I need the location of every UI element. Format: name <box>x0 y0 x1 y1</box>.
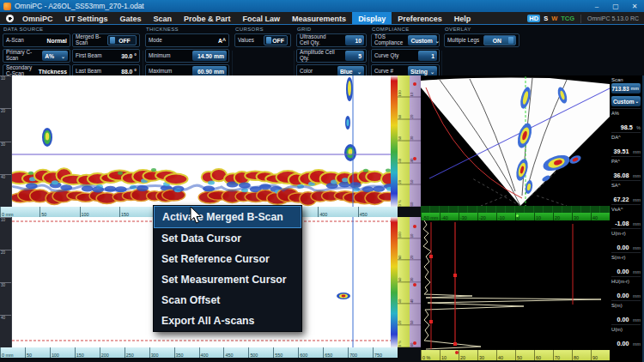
panel-title: DATA SOURCE <box>3 27 142 32</box>
amplitude-palette-top <box>391 75 398 207</box>
menu-help[interactable]: Help <box>448 12 477 25</box>
w-badge: W <box>551 15 557 22</box>
panel-data-source: DATA SOURCE A-Scan Normal Primary C-Scan… <box>2 26 142 75</box>
context-menu-item-set-measurement-cursor[interactable]: Set Measurement Cursor <box>154 269 301 290</box>
app-icon <box>3 3 11 10</box>
reading-item: U(m-r) 0.00 mm <box>611 228 641 252</box>
ascan-amplitude-ruler: 0 %102030405060708090 <box>421 350 610 360</box>
scan-position-label: Scan <box>611 77 641 82</box>
ultrasound-cell-qty-field[interactable]: Ultrasound Cell Qty. 10 <box>296 33 367 47</box>
menu-omnipc[interactable]: OmniPC <box>16 12 59 25</box>
sscan-canvas <box>421 75 610 206</box>
hd-badge: HD <box>527 15 540 22</box>
chevron-down-icon: ⌄ <box>430 69 434 75</box>
readings-preset-dropdown[interactable]: Custom ⌄ <box>611 96 641 106</box>
context-menu-item-scan-offset[interactable]: Scan Offset <box>154 290 301 311</box>
menu-focal-law[interactable]: Focal Law <box>237 12 287 25</box>
amplitude-cell-qty-field[interactable]: Amplitude Cell Qty. 5 <box>296 49 367 63</box>
scan-position-value[interactable]: 713.83 mm <box>611 83 641 94</box>
multiple-legs-toggle[interactable]: Multiple Legs ON <box>444 33 519 47</box>
sscan-view[interactable] <box>421 75 610 206</box>
merged-bscan-toggle[interactable]: Merged B-Scan OFF <box>72 33 140 47</box>
window-title: OmniPC - A26OL_SS53mm_270-1.odat <box>15 2 144 10</box>
cursor-marker <box>413 341 416 345</box>
reading-item: DA^ 39.51 mm <box>611 132 641 156</box>
ascan-view[interactable] <box>421 220 610 350</box>
reading-item: S(m-r) 0.00 mm <box>611 252 641 276</box>
reading-item: SA^ 67.22 mm <box>611 180 641 204</box>
amplitude-ruler-top: 100806040200 % <box>398 75 410 207</box>
index-ruler-top: 10203040 <box>0 75 12 207</box>
context-menu-item-set-data-cursor[interactable]: Set Data Cursor <box>154 228 301 249</box>
panel-compliance: COMPLIANCE TOS Compliance Custom⌄ Curve … <box>370 26 440 75</box>
ascan-trace <box>423 220 601 349</box>
indication-streaks <box>344 77 356 161</box>
chevron-down-icon: ⌄ <box>435 38 440 44</box>
indication-blob <box>42 128 52 147</box>
menu-preferences[interactable]: Preferences <box>392 12 448 25</box>
menu-probe-part[interactable]: Probe & Part <box>178 12 237 25</box>
panel-overlay: OVERLAY Multiple Legs ON <box>443 26 520 75</box>
chevron-down-icon: ⌄ <box>357 69 361 75</box>
bscan-canvas <box>12 75 391 207</box>
reading-item: S(m) 0.00 mm <box>611 300 641 324</box>
depth-ruler-top: 102030405060 <box>410 75 421 207</box>
mouse-cursor <box>190 207 204 226</box>
omnipc-logo-icon <box>6 15 14 22</box>
primary-cscan-dropdown[interactable]: Primary C-Scan A%⌄ <box>3 49 70 63</box>
omnipc-window: OmniPC - A26OL_SS53mm_270-1.odat – ▢ ✕ O… <box>0 0 644 362</box>
panel-title: CURSORS <box>235 27 292 32</box>
panel-cursors: CURSORS Values OFF <box>234 26 292 75</box>
ascan-canvas <box>421 220 610 350</box>
thickness-mode-field: Mode A^ <box>145 33 229 47</box>
tos-compliance-dropdown[interactable]: TOS Compliance Custom⌄ <box>371 33 440 47</box>
toggle-knob <box>508 37 513 44</box>
amplitude-ruler-bottom: 100806040200 % <box>398 217 410 347</box>
panel-title: THICKNESS <box>146 27 230 32</box>
readings-sidebar: Scan 713.83 mm Custom ⌄ A% 98.5 % DA^ 39… <box>610 75 642 362</box>
version-label: OmniPC 5.13.0 RC <box>587 15 639 21</box>
menu-bar: OmniPC UT Settings Gates Scan Probe & Pa… <box>0 12 644 25</box>
depth-ruler-bottom: 102030405060 <box>410 217 421 347</box>
readings-list: A% 98.5 % DA^ 39.51 mm PA^ 36.08 mm SA^ … <box>611 108 641 348</box>
a-scan-field: A-Scan Normal <box>3 33 70 47</box>
s-badge: S <box>544 15 548 22</box>
maximize-button[interactable]: ▢ <box>606 0 625 12</box>
menu-scan[interactable]: Scan <box>148 12 179 25</box>
cursor-marker <box>413 283 416 287</box>
ascan-position-ruler: -50 mm-40-30-20-10010203040 <box>421 213 610 220</box>
scan-ruler-bottom: 0 mm501001502002503003504004505005506006… <box>0 347 398 358</box>
reading-item: VsA^ -1.08 mm <box>611 204 641 228</box>
cursor-marker <box>413 82 416 86</box>
title-bar: OmniPC - A26OL_SS53mm_270-1.odat – ▢ ✕ <box>0 0 644 12</box>
menu-gates[interactable]: Gates <box>114 12 148 25</box>
index-ruler-bottom: 10203040 <box>0 217 12 347</box>
reading-item: HU(m-r) 0.00 mm <box>611 276 641 300</box>
context-menu-item-set-reference-cursor[interactable]: Set Reference Cursor <box>154 249 301 269</box>
bscan-view[interactable] <box>12 75 391 207</box>
panel-title: GRID <box>297 27 368 32</box>
context-menu-item-export-all-ascans[interactable]: Export All A-scans <box>154 311 301 331</box>
menu-ut-settings[interactable]: UT Settings <box>59 12 114 25</box>
menu-display[interactable]: Display <box>352 12 392 25</box>
gate-markers <box>429 255 457 346</box>
reading-item: U(m) 0.00 mm <box>611 324 641 348</box>
reading-item: PA^ 36.08 mm <box>611 156 641 180</box>
sscan-angle-ruler <box>421 206 610 213</box>
menu-measurements[interactable]: Measurements <box>286 12 352 25</box>
context-menu: Activate Merged B-Scan Set Data Cursor S… <box>153 205 302 332</box>
cursor-values-toggle[interactable]: Values OFF <box>234 33 291 47</box>
menu-separator <box>580 15 581 23</box>
panel-grid-settings: GRID Ultrasound Cell Qty. 10 Amplitude C… <box>295 26 368 75</box>
thickness-min-field[interactable]: Minimum 14.50 mm <box>145 49 229 63</box>
close-button[interactable]: ✕ <box>625 0 644 12</box>
context-menu-item-activate-merged-bscan[interactable]: Activate Merged B-Scan <box>154 206 301 228</box>
zero-marker <box>516 214 519 217</box>
first-beam-field: First Beam 30.0 ° <box>72 49 140 63</box>
curve-qty-field[interactable]: Curve Qty 1 <box>371 49 440 63</box>
amplitude-palette-bottom <box>391 217 398 347</box>
window-controls: – ▢ ✕ <box>587 0 644 12</box>
cursor-marker <box>413 157 416 160</box>
settings-strip: DATA SOURCE A-Scan Normal Primary C-Scan… <box>0 25 644 75</box>
minimize-button[interactable]: – <box>587 0 606 12</box>
